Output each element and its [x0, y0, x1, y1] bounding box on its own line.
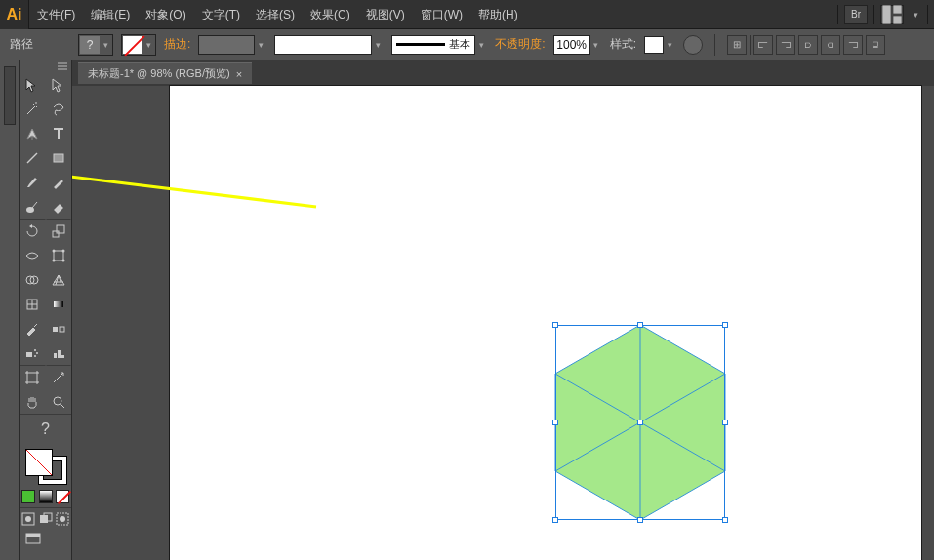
- eyedropper-tool[interactable]: [20, 316, 46, 340]
- align-button[interactable]: ⊞: [727, 35, 747, 55]
- svg-rect-6: [57, 225, 64, 233]
- opacity-field[interactable]: 100%: [553, 35, 590, 55]
- menu-file[interactable]: 文件(F): [29, 0, 83, 29]
- brush-definition[interactable]: 基本: [391, 35, 475, 55]
- color-mode-row: [20, 486, 71, 507]
- chevron-down-icon[interactable]: ▾: [910, 10, 921, 20]
- chevron-down-icon[interactable]: ▾: [590, 40, 602, 50]
- chevron-down-icon[interactable]: ▾: [255, 40, 266, 50]
- tool-help[interactable]: ?: [20, 414, 71, 443]
- bbox-handle-br[interactable]: [722, 517, 728, 523]
- gradient-tool[interactable]: [46, 292, 72, 316]
- menu-object[interactable]: 对象(O): [138, 0, 193, 29]
- perspective-grid-tool[interactable]: [46, 267, 72, 292]
- tool-panel: ?: [20, 60, 72, 560]
- line-segment-tool[interactable]: [20, 145, 46, 170]
- svg-point-28: [25, 516, 31, 522]
- color-mode-button[interactable]: [20, 486, 37, 507]
- left-dock[interactable]: [0, 60, 20, 560]
- none-mode-button[interactable]: [54, 486, 71, 507]
- width-tool[interactable]: [20, 243, 46, 267]
- zoom-tool[interactable]: [46, 389, 72, 414]
- gradient-mode-button[interactable]: [37, 486, 55, 507]
- bbox-handle-mr[interactable]: [722, 420, 728, 425]
- align-vcenter-button[interactable]: ⫎: [843, 35, 863, 55]
- selection-tool[interactable]: [20, 72, 46, 97]
- slice-tool[interactable]: [46, 365, 72, 389]
- svg-rect-0: [882, 5, 890, 23]
- svg-point-9: [61, 249, 64, 252]
- svg-point-10: [52, 259, 55, 261]
- document-tab[interactable]: 未标题-1* @ 98% (RGB/预览) ×: [78, 62, 252, 84]
- align-bottom-button[interactable]: ⫑: [866, 35, 885, 55]
- svg-point-20: [36, 352, 38, 354]
- pen-tool[interactable]: [20, 121, 46, 145]
- recolor-button[interactable]: [683, 35, 703, 55]
- variable-width-profile[interactable]: [274, 35, 372, 55]
- mesh-tool[interactable]: [20, 292, 46, 316]
- tool-panel-grip[interactable]: [20, 60, 71, 72]
- close-icon[interactable]: ×: [236, 68, 242, 80]
- chevron-down-icon[interactable]: ▾: [475, 40, 487, 50]
- rectangle-tool[interactable]: [46, 145, 72, 170]
- type-tool[interactable]: [46, 121, 72, 145]
- rotate-tool[interactable]: [20, 219, 46, 243]
- align-hcenter-button[interactable]: ⫎: [776, 35, 795, 55]
- bbox-handle-tc[interactable]: [637, 322, 643, 328]
- style-label: 样式:: [610, 36, 636, 53]
- lasso-tool[interactable]: [46, 97, 72, 121]
- fill-stroke-controls[interactable]: [20, 443, 71, 486]
- svg-rect-23: [58, 350, 61, 358]
- align-top-button[interactable]: ⫏: [821, 35, 840, 55]
- bbox-handle-bc[interactable]: [637, 517, 643, 523]
- menu-window[interactable]: 窗口(W): [413, 0, 470, 29]
- column-graph-tool[interactable]: [46, 340, 72, 365]
- stroke-swatch[interactable]: ▾: [121, 34, 156, 56]
- symbol-sprayer-tool[interactable]: [20, 340, 46, 365]
- chevron-down-icon[interactable]: ▾: [372, 40, 384, 50]
- bridge-button[interactable]: Br: [844, 5, 868, 24]
- menu-help[interactable]: 帮助(H): [470, 0, 526, 29]
- pencil-tool[interactable]: [46, 170, 72, 194]
- blob-brush-tool[interactable]: [20, 194, 46, 219]
- align-left-button[interactable]: ⫍: [753, 35, 773, 55]
- direct-selection-tool[interactable]: [46, 72, 72, 97]
- eraser-tool[interactable]: [46, 194, 72, 219]
- graphic-style-swatch[interactable]: [644, 36, 664, 54]
- svg-point-11: [61, 259, 64, 261]
- stroke-weight-field[interactable]: [198, 35, 255, 55]
- top-right-group: Br ▾: [837, 5, 934, 24]
- scale-tool[interactable]: [46, 219, 72, 243]
- artboard[interactable]: [170, 86, 921, 560]
- fill-swatch[interactable]: ? ▾: [78, 34, 113, 56]
- magic-wand-tool[interactable]: [20, 97, 46, 121]
- bbox-handle-tl[interactable]: [552, 322, 558, 328]
- menu-select[interactable]: 选择(S): [248, 0, 303, 29]
- bbox-handle-bl[interactable]: [552, 517, 558, 523]
- screen-mode-button[interactable]: [20, 529, 71, 550]
- control-bar: 路径 ? ▾ ▾ 描边: ▾ ▾ 基本 ▾ 不透明度: 100% ▾ 样式: ▾…: [0, 29, 934, 60]
- blend-tool[interactable]: [46, 316, 72, 340]
- menu-type[interactable]: 文字(T): [194, 0, 248, 29]
- draw-behind-button[interactable]: [37, 508, 55, 529]
- artboard-tool[interactable]: [20, 365, 46, 389]
- hand-tool[interactable]: [20, 389, 46, 414]
- paintbrush-tool[interactable]: [20, 170, 46, 194]
- free-transform-tool[interactable]: [46, 243, 72, 267]
- arrange-docs-button[interactable]: [880, 5, 904, 24]
- fill-color-icon[interactable]: [25, 449, 53, 476]
- menu-edit[interactable]: 编辑(E): [83, 0, 138, 29]
- bbox-handle-ml[interactable]: [552, 420, 558, 425]
- selection-bounding-box[interactable]: [555, 325, 725, 520]
- chevron-down-icon[interactable]: ▾: [664, 40, 675, 50]
- collapsed-panel-tab[interactable]: [4, 66, 16, 125]
- draw-normal-button[interactable]: [20, 508, 37, 529]
- draw-inside-button[interactable]: [54, 508, 71, 529]
- screen-mode-button-row: [20, 529, 71, 550]
- menu-effect[interactable]: 效果(C): [303, 0, 358, 29]
- bbox-handle-tr[interactable]: [722, 322, 728, 328]
- svg-rect-34: [26, 534, 40, 537]
- align-right-button[interactable]: ⫐: [798, 35, 818, 55]
- menu-view[interactable]: 视图(V): [358, 0, 413, 29]
- shape-builder-tool[interactable]: [20, 267, 46, 292]
